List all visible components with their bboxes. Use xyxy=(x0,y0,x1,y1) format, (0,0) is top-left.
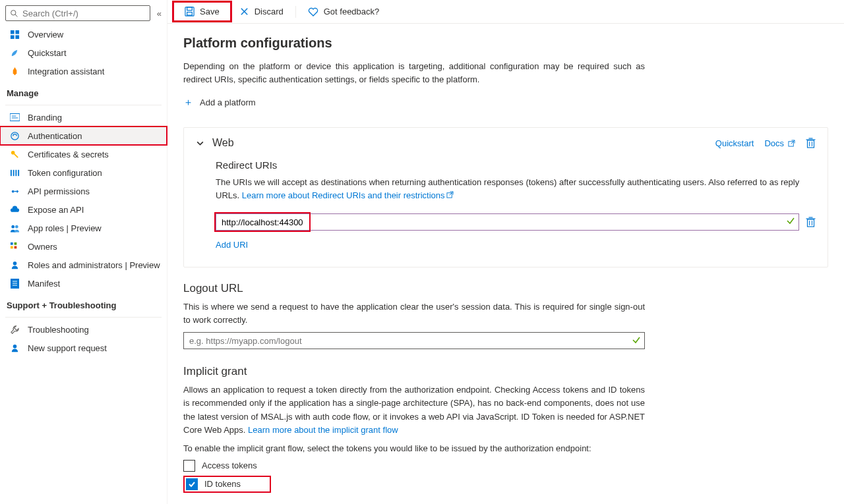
quickstart-link[interactable]: Quickstart xyxy=(715,138,754,148)
access-tokens-checkbox-row[interactable]: Access tokens xyxy=(183,460,828,472)
svg-rect-22 xyxy=(14,242,16,244)
manifest-icon xyxy=(9,278,20,289)
people-icon xyxy=(9,223,20,233)
delete-platform-icon[interactable] xyxy=(806,138,816,148)
sidebar-item-label: Troubleshooting xyxy=(28,325,89,335)
sidebar-section-manage: Manage xyxy=(0,80,167,102)
search-box[interactable] xyxy=(5,5,150,21)
feedback-button[interactable]: Got feedback? xyxy=(301,4,386,19)
svg-point-16 xyxy=(11,190,14,192)
id-tokens-checkbox-row[interactable]: ID tokens xyxy=(186,478,241,490)
sidebar-item-label: Authentication xyxy=(28,131,82,141)
implicit-learn-more-link[interactable]: Learn more about the implicit grant flow xyxy=(248,425,398,435)
token-icon xyxy=(9,167,20,178)
discard-label: Discard xyxy=(255,7,284,16)
svg-point-0 xyxy=(11,10,16,14)
svg-rect-43 xyxy=(808,219,814,227)
sidebar-item-label: Expose an API xyxy=(28,205,84,215)
search-input[interactable] xyxy=(22,9,146,18)
sidebar-item-manifest[interactable]: Manifest xyxy=(0,274,167,293)
svg-rect-21 xyxy=(10,242,13,244)
admin-icon xyxy=(9,260,20,270)
sidebar-item-label: Owners xyxy=(28,242,57,252)
sidebar-item-app-roles[interactable]: App roles | Preview xyxy=(0,219,167,237)
sidebar-item-label: Overview xyxy=(28,30,63,40)
sidebar-item-branding[interactable]: Branding xyxy=(0,108,167,126)
sidebar-item-owners[interactable]: Owners xyxy=(0,237,167,256)
permission-icon xyxy=(9,186,20,196)
sidebar-item-troubleshooting[interactable]: Troubleshooting xyxy=(0,320,167,339)
svg-line-11 xyxy=(14,154,18,157)
key-icon xyxy=(9,149,20,159)
svg-rect-5 xyxy=(15,35,19,39)
toolbar: Save Discard Got feedback? xyxy=(167,0,844,24)
checkbox-checked-icon[interactable] xyxy=(186,478,198,490)
implicit-title: Implicit grant xyxy=(183,365,828,378)
redirect-learn-more-link[interactable]: Learn more about Redirect URIs and their… xyxy=(242,190,454,200)
check-icon xyxy=(786,216,795,225)
branding-icon xyxy=(9,112,20,123)
collapse-sidebar-icon[interactable]: « xyxy=(157,9,162,18)
svg-rect-33 xyxy=(187,12,193,15)
save-button[interactable]: Save xyxy=(178,4,226,19)
page-description: Depending on the platform or device this… xyxy=(183,60,645,86)
implicit-enable-text: To enable the implicit grant flow, selec… xyxy=(183,443,828,453)
sidebar-item-label: Token configuration xyxy=(28,168,102,178)
chevron-down-icon[interactable] xyxy=(196,139,204,148)
svg-point-19 xyxy=(11,225,15,228)
svg-rect-2 xyxy=(10,30,14,34)
sidebar-item-api-permissions[interactable]: API permissions xyxy=(0,182,167,200)
save-label: Save xyxy=(200,7,220,16)
sidebar-item-new-support[interactable]: New support request xyxy=(0,339,167,357)
rocket-icon xyxy=(9,66,20,76)
svg-point-9 xyxy=(11,132,18,139)
sidebar-item-integration[interactable]: Integration assistant xyxy=(0,62,167,80)
discard-button[interactable]: Discard xyxy=(233,4,290,19)
sidebar-item-roles-admins[interactable]: Roles and administrators | Preview xyxy=(0,256,167,274)
add-uri-link[interactable]: Add URI xyxy=(216,240,816,250)
sidebar-item-label: Quickstart xyxy=(28,48,67,58)
svg-rect-4 xyxy=(10,35,14,39)
wrench-icon xyxy=(9,324,20,335)
access-tokens-label: Access tokens xyxy=(202,461,257,470)
logout-url-input[interactable] xyxy=(183,332,645,349)
redirect-uri-input[interactable] xyxy=(216,213,799,231)
sidebar-item-overview[interactable]: Overview xyxy=(0,25,167,43)
sidebar-item-label: App roles | Preview xyxy=(28,223,102,233)
delete-uri-icon[interactable] xyxy=(806,217,816,227)
sidebar-item-label: Certificates & secrets xyxy=(28,150,109,159)
save-icon xyxy=(185,7,195,16)
svg-point-25 xyxy=(13,261,16,265)
search-icon xyxy=(10,9,18,18)
docs-link[interactable]: Docs xyxy=(764,138,795,148)
check-icon xyxy=(632,335,641,345)
external-link-icon xyxy=(446,191,454,198)
external-link-icon xyxy=(788,140,795,147)
checkbox-unchecked-icon[interactable] xyxy=(183,460,195,472)
heart-icon xyxy=(308,7,318,16)
sidebar-item-label: New support request xyxy=(28,343,107,353)
support-icon xyxy=(9,343,20,353)
sidebar-item-label: Roles and administrators | Preview xyxy=(28,260,160,270)
implicit-description: Allows an application to request a token… xyxy=(183,383,645,437)
sidebar-item-certificates[interactable]: Certificates & secrets xyxy=(0,145,167,163)
sidebar-item-label: API permissions xyxy=(28,186,90,196)
add-platform-label: Add a platform xyxy=(200,98,256,107)
authentication-icon xyxy=(9,130,20,141)
sidebar: « Overview Quickstart Integration assist… xyxy=(0,0,167,504)
svg-rect-31 xyxy=(185,7,194,16)
sidebar-item-token-config[interactable]: Token configuration xyxy=(0,163,167,182)
sidebar-item-label: Branding xyxy=(28,113,62,123)
sidebar-item-authentication[interactable]: Authentication xyxy=(0,126,167,145)
web-platform-card: Web Quickstart Docs Redirect URIs The UR… xyxy=(183,127,828,267)
cloud-icon xyxy=(9,204,20,215)
sidebar-item-expose-api[interactable]: Expose an API xyxy=(0,200,167,219)
sidebar-item-label: Integration assistant xyxy=(28,67,104,76)
owners-icon xyxy=(9,241,20,252)
sidebar-item-quickstart[interactable]: Quickstart xyxy=(0,43,167,62)
svg-rect-32 xyxy=(187,7,193,11)
redirect-uris-title: Redirect URIs xyxy=(216,159,816,171)
svg-rect-23 xyxy=(10,246,13,248)
feedback-label: Got feedback? xyxy=(324,7,380,16)
add-platform-button[interactable]: ＋ Add a platform xyxy=(183,96,828,109)
